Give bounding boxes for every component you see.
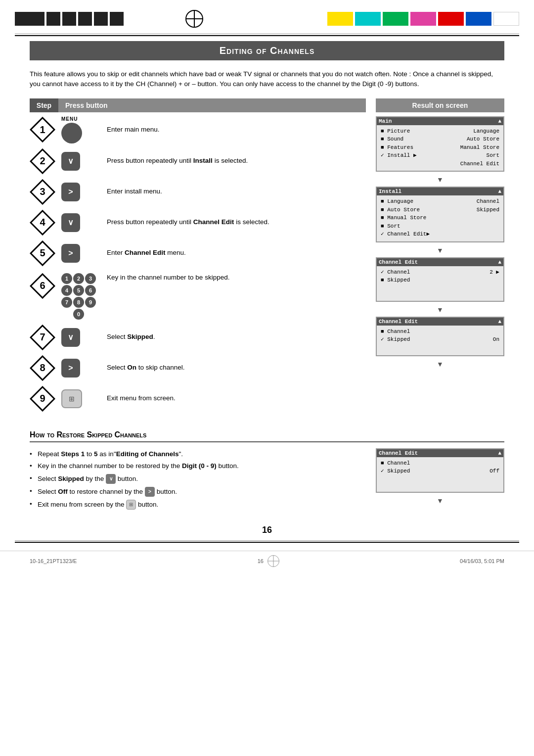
black-block-6 (110, 12, 124, 26)
screen-2-title: Install ▲ (377, 188, 503, 195)
bottom-border-line (15, 542, 519, 543)
step-row-8: 8 > Select On to skip channel. (30, 355, 366, 381)
top-border-line (15, 35, 519, 36)
col-header-step: Step (30, 98, 58, 112)
screen-4-row-2: ✓ Skipped On (381, 335, 499, 344)
step-diamond-5: 5 (30, 240, 55, 266)
result-header: Result on screen (376, 98, 504, 112)
step-4-text: Press button repeatedly until Channel Ed… (107, 218, 366, 227)
bottom-thin-line (15, 540, 519, 541)
section2-title: How to Restore Skipped Channels (30, 430, 504, 442)
screen-2-row-2: ■ Auto Store Skipped (381, 206, 499, 214)
footer-center-area: 16 (258, 555, 279, 567)
screen-restore-up-arrow: ▲ (498, 450, 501, 456)
screen-3: Channel Edit ▲ ✓ Channel 2 ▶ ■ Skipped (376, 257, 504, 302)
arrow-down-4: ▼ (376, 360, 504, 368)
screen-4-row-1: ■ Channel (381, 328, 499, 336)
screen-4-title: Channel Edit ▲ (377, 318, 503, 326)
footer-center: 16 (258, 558, 264, 564)
numpad-6: 1 2 3 4 5 6 7 8 9 0 (61, 273, 96, 320)
screen-4-up-arrow: ▲ (498, 319, 501, 325)
inline-exit-btn: ⊞ (126, 500, 136, 510)
step-9-button-area: ⊞ (61, 389, 101, 408)
bottom-bar: 10-16_21PT1323/E 16 04/16/03, 5:01 PM (0, 551, 534, 571)
num-btn-7: 7 (61, 297, 72, 308)
step-diamond-8: 8 (30, 355, 55, 381)
col-header-result: Result on screen (376, 98, 504, 112)
top-bar (0, 5, 534, 33)
step-3-text: Enter install menu. (107, 187, 366, 196)
screen-1-row-5: Channel Edit (381, 160, 499, 168)
step-num-3: 3 (40, 186, 45, 197)
step-diamond-4: 4 (30, 210, 55, 236)
step-row-5: 5 > Enter Channel Edit menu. (30, 240, 366, 266)
screen-4: Channel Edit ▲ ■ Channel ✓ Skipped On (376, 317, 504, 356)
step-7-text: Select Skipped. (107, 332, 366, 342)
num-btn-1: 1 (61, 273, 72, 284)
btn-right-8: > (61, 359, 80, 378)
screen-restore-row-1: ■ Channel (381, 459, 499, 468)
btn-down-7: ∨ (61, 328, 80, 347)
step-diamond-3: 3 (30, 179, 55, 205)
step-num-2: 2 (40, 155, 45, 167)
color-yellow (327, 12, 353, 26)
step-num-1: 1 (40, 124, 45, 136)
col-header-press: Press button (58, 98, 366, 112)
section2-bullet-list: Repeat Steps 1 to 5 as in"Editing of Cha… (30, 448, 366, 512)
arrow-down-2: ▼ (376, 246, 504, 254)
btn-down-4: ∨ (61, 213, 80, 232)
color-blocks (327, 12, 519, 26)
step-diamond-9: 9 (30, 386, 55, 412)
step-8-text: Select On to skip channel. (107, 363, 366, 373)
section2: How to Restore Skipped Channels Repeat S… (30, 430, 504, 512)
two-column-layout: Step Press button 1 MENU Enter main menu… (30, 98, 504, 417)
step-5-button-area: > (61, 244, 101, 263)
inline-down-btn: ∨ (106, 474, 116, 484)
num-btn-5: 5 (73, 285, 84, 296)
screen-restore-title: Channel Edit ▲ (377, 449, 503, 457)
table-header: Step Press button (30, 98, 366, 112)
num-btn-2: 2 (73, 273, 84, 284)
black-block-3 (62, 12, 76, 26)
screen-2-row-1: ■ Language Channel (381, 197, 499, 206)
color-magenta (410, 12, 436, 26)
screen-1-row-2: ■ Sound Auto Store (381, 135, 499, 143)
step-num-5: 5 (40, 247, 45, 259)
step-row-6: 6 1 2 3 4 5 6 7 8 9 0 (30, 271, 366, 320)
step-num-8: 8 (40, 362, 45, 374)
step-row-3: 3 > Enter install menu. (30, 179, 366, 205)
page-number: 16 (30, 525, 504, 535)
screen-1-up-arrow: ▲ (498, 118, 501, 124)
step-num-6: 6 (40, 280, 45, 291)
num-btn-8: 8 (73, 297, 84, 308)
step-num-4: 4 (40, 217, 45, 228)
footer-right: 04/16/03, 5:01 PM (460, 558, 504, 564)
step-row-4: 4 ∨ Press button repeatedly until Channe… (30, 210, 366, 236)
screen-2-up-arrow: ▲ (498, 189, 501, 194)
screen-3-row-1: ✓ Channel 2 ▶ (381, 268, 499, 277)
step-2-button-area: ∨ (61, 152, 101, 171)
screen-1-row-4: ✓ Install ▶ Sort (381, 151, 499, 160)
page-title: Editing of Channels (40, 45, 494, 56)
color-cyan (355, 12, 381, 26)
step-row-9: 9 ⊞ Exit menu from screen. (30, 386, 366, 412)
step-diamond-2: 2 (30, 148, 55, 174)
color-white (493, 12, 519, 26)
section2-bullets-container: Repeat Steps 1 to 5 as in"Editing of Cha… (30, 448, 366, 512)
step-9-text: Exit menu from screen. (107, 394, 366, 403)
arrow-down-restore: ▼ (376, 497, 504, 505)
crosshair-bottom (267, 555, 279, 567)
step-row-7: 7 ∨ Select Skipped. (30, 325, 366, 350)
main-content: Editing of Channels This feature allows … (0, 41, 534, 535)
screen-1-row-1: ■ Picture Language (381, 127, 499, 136)
menu-label-1: MENU (61, 116, 78, 122)
step-diamond-6: 6 (30, 273, 55, 299)
screens-column: Result on screen Main ▲ ■ Picture Langua… (376, 98, 504, 417)
bullet-item-3: Select Skipped by the ∨ button. (30, 472, 366, 485)
black-block-1 (15, 12, 44, 26)
steps-column: Step Press button 1 MENU Enter main menu… (30, 98, 366, 417)
top-bar-left (15, 12, 124, 26)
bullet-item-2: Key in the channel number to be restored… (30, 460, 366, 472)
screen-3-up-arrow: ▲ (498, 259, 501, 265)
step-7-button-area: ∨ (61, 328, 101, 347)
